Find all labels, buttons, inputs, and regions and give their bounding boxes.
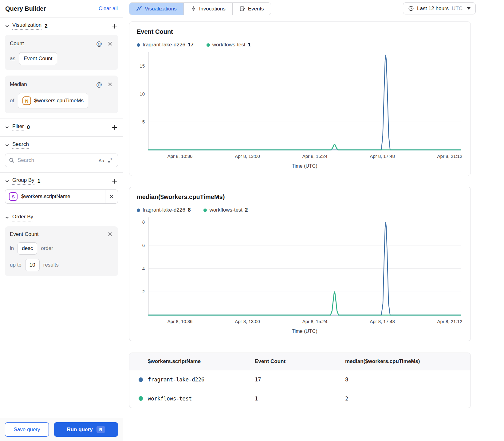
remove-group-by-button[interactable] — [105, 190, 118, 203]
script-name-cell: workflows-test — [148, 396, 192, 402]
median-card-title: Median — [10, 81, 96, 88]
tab-label: Invocations — [199, 6, 226, 12]
tab-events[interactable]: Events — [232, 3, 271, 15]
table-row[interactable]: workflows-test 1 2 — [129, 389, 471, 408]
add-group-by-button[interactable] — [111, 178, 118, 185]
result-limit-input[interactable]: 10 — [25, 259, 40, 271]
svg-text:Apr 8, 15:24: Apr 8, 15:24 — [302, 154, 328, 159]
remove-order-by-button[interactable] — [107, 231, 113, 237]
svg-text:Apr 8, 13:00: Apr 8, 13:00 — [235, 154, 260, 159]
tab-invocations[interactable]: Invocations — [183, 3, 232, 15]
svg-text:2: 2 — [142, 289, 145, 294]
group-by-field[interactable]: S $workers.scriptName — [5, 189, 118, 204]
filter-count: 0 — [27, 124, 30, 131]
chevron-down-icon[interactable] — [5, 179, 9, 183]
order-by-field: Event Count — [10, 231, 107, 237]
series-color-dot — [139, 377, 143, 382]
legend-dot — [203, 209, 207, 212]
svg-text:Apr 8, 15:24: Apr 8, 15:24 — [302, 319, 328, 324]
chevron-down-icon[interactable] — [5, 143, 9, 147]
app-root: Query Builder Clear all Visualization 2 … — [0, 0, 504, 441]
visualization-section-label: Visualization — [12, 22, 41, 30]
column-header-script-name: $workers.scriptName — [129, 358, 255, 365]
count-card-title: Count — [10, 41, 96, 47]
caret-down-icon — [467, 7, 471, 10]
remove-count-button[interactable] — [107, 41, 113, 47]
svg-text:Apr 8, 21:12: Apr 8, 21:12 — [437, 154, 463, 159]
median-field-name: $workers.cpuTimeMs — [34, 98, 84, 104]
svg-text:Apr 8, 10:36: Apr 8, 10:36 — [167, 319, 193, 324]
time-range-selector[interactable]: Last 12 hours UTC — [403, 2, 476, 14]
legend-series-name: workflows-test — [212, 42, 246, 48]
chevron-down-icon[interactable] — [5, 125, 9, 130]
legend-item[interactable]: workflows-test1 — [207, 42, 251, 48]
legend-series-value: 1 — [248, 42, 251, 48]
legend-series-value: 17 — [188, 42, 194, 48]
chart-canvas: 2468Apr 8, 10:36Apr 8, 13:00Apr 8, 15:24… — [137, 215, 463, 335]
svg-text:6: 6 — [142, 243, 145, 248]
clear-all-button[interactable]: Clear all — [99, 6, 118, 12]
count-alias-button[interactable]: @ — [96, 40, 103, 48]
svg-text:Time (UTC): Time (UTC) — [292, 329, 317, 334]
svg-text:5: 5 — [142, 119, 145, 124]
table-header-row: $workers.scriptName Event Count median($… — [129, 353, 471, 370]
legend-series-value: 2 — [245, 207, 248, 213]
string-type-icon: S — [9, 192, 18, 201]
tab-label: Events — [248, 6, 264, 12]
svg-text:4: 4 — [142, 266, 145, 271]
plus-icon — [112, 178, 117, 184]
order-by-section: Order By Event Count in desc order — [0, 209, 123, 281]
group-by-count: 1 — [37, 178, 40, 184]
legend-item[interactable]: fragrant-lake-d2268 — [137, 207, 191, 213]
legend-dot — [137, 43, 140, 47]
median-alias-button[interactable]: @ — [96, 80, 103, 88]
chevron-down-icon[interactable] — [5, 24, 9, 28]
chart-legend: fragrant-lake-d22617workflows-test1 — [137, 42, 469, 48]
search-input[interactable] — [18, 157, 96, 163]
sidebar-content: Visualization 2 Count @ — [0, 18, 123, 418]
line-chart: 51015Apr 8, 10:36Apr 8, 13:00Apr 8, 15:2… — [137, 50, 469, 171]
svg-text:Apr 8, 13:00: Apr 8, 13:00 — [235, 319, 260, 324]
chevron-down-icon[interactable] — [5, 216, 9, 220]
case-sensitive-icon[interactable]: Aa — [99, 158, 104, 163]
events-doc-icon — [239, 6, 245, 12]
sort-direction-select[interactable]: desc — [18, 242, 37, 255]
visualization-section: Visualization 2 Count @ — [0, 18, 123, 119]
add-filter-button[interactable] — [111, 124, 118, 131]
filter-section-label: Filter — [12, 123, 24, 131]
table-row[interactable]: fragrant-lake-d226 17 8 — [129, 370, 471, 389]
median-cpu-chart-card: median($workers.cpuTimeMs) fragrant-lake… — [129, 187, 471, 341]
remove-median-button[interactable] — [107, 81, 113, 88]
sidebar-header: Query Builder Clear all — [0, 0, 123, 18]
results-table: $workers.scriptName Event Count median($… — [129, 353, 471, 408]
median-field-value[interactable]: N $workers.cpuTimeMs — [18, 93, 88, 108]
page-title: Query Builder — [5, 5, 46, 12]
run-shortcut-badge: R — [96, 426, 105, 433]
median-cell: 2 — [345, 396, 471, 402]
close-icon — [108, 41, 112, 46]
group-by-section: Group By 1 S $workers.scriptName — [0, 173, 123, 209]
line-chart: 2468Apr 8, 10:36Apr 8, 13:00Apr 8, 15:24… — [137, 215, 469, 337]
order-by-card: Event Count in desc order up to 10 resul… — [5, 226, 118, 276]
number-type-icon: N — [22, 96, 31, 105]
lightning-icon — [191, 6, 196, 12]
legend-series-value: 8 — [188, 207, 191, 213]
regex-icon[interactable]: * — [107, 157, 114, 163]
count-alias-value[interactable]: Event Count — [19, 52, 57, 65]
save-query-button[interactable]: Save query — [5, 422, 49, 437]
search-section-label: Search — [12, 141, 29, 149]
add-visualization-button[interactable] — [111, 23, 118, 29]
run-query-button[interactable]: Run query R — [54, 422, 118, 437]
search-section: Search Aa * — [0, 137, 123, 172]
legend-item[interactable]: fragrant-lake-d22617 — [137, 42, 194, 48]
line-chart-icon — [136, 6, 142, 12]
legend-dot — [207, 43, 210, 47]
series-color-dot — [139, 396, 143, 401]
legend-item[interactable]: workflows-test2 — [203, 207, 248, 213]
close-icon — [109, 194, 114, 199]
top-bar: Visualizations Invocations Events — [129, 2, 504, 15]
main-content: Visualizations Invocations Events — [123, 0, 504, 441]
svg-text:10: 10 — [140, 91, 145, 96]
tab-visualizations[interactable]: Visualizations — [129, 3, 183, 15]
svg-text:Apr 8, 17:48: Apr 8, 17:48 — [370, 154, 395, 159]
